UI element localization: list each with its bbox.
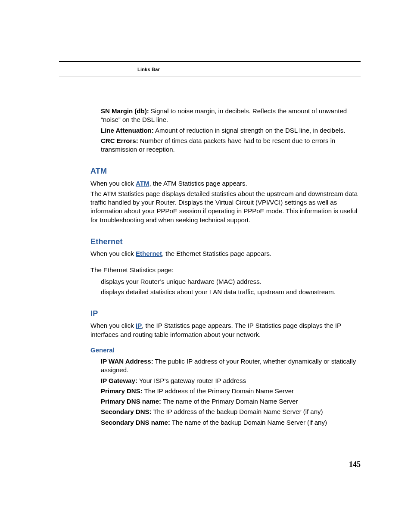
eth-intro: When you click Ethernet, the Ethernet St… <box>90 249 361 258</box>
term-primary-dns-name: Primary DNS name: <box>101 398 161 405</box>
atm-intro: When you click ATM, the ATM Statistics p… <box>90 179 361 188</box>
def-primary-dns: The IP address of the Primary Domain Nam… <box>144 387 294 395</box>
term-secondary-dns: Secondary DNS: <box>101 408 152 415</box>
list-item: displays your Router’s unique hardware (… <box>101 277 361 286</box>
heading-atm: ATM <box>90 166 361 176</box>
term-crc-errors: CRC Errors: <box>101 137 138 144</box>
running-header: Links Bar <box>137 67 160 72</box>
bottom-rule <box>59 456 361 456</box>
eth-page-lead: The Ethernet Statistics page: <box>90 266 361 274</box>
link-atm[interactable]: ATM <box>136 180 149 187</box>
dsl-definitions: SN Margin (db): Signal to noise margin, … <box>90 107 361 154</box>
top-rule <box>59 61 361 62</box>
header-thin-rule <box>59 77 361 77</box>
heading-ethernet: Ethernet <box>90 236 361 247</box>
term-primary-dns: Primary DNS: <box>101 387 143 395</box>
page-number: 145 <box>349 460 361 469</box>
term-sn-margin: SN Margin (db): <box>101 107 149 115</box>
general-definitions: IP WAN Address: The public IP address of… <box>90 357 361 427</box>
heading-ip: IP <box>90 308 361 319</box>
def-line-attenuation: Amount of reduction in signal strength o… <box>155 127 345 134</box>
term-ip-gateway: IP Gateway: <box>101 377 137 384</box>
ip-intro: When you click IP, the IP Statistics pag… <box>90 321 361 339</box>
subheading-general: General <box>90 346 361 355</box>
page-content: SN Margin (db): Signal to noise margin, … <box>90 107 361 429</box>
atm-body: The ATM Statistics page displays detaile… <box>90 190 361 224</box>
term-line-attenuation: Line Attenuation: <box>101 127 154 134</box>
def-secondary-dns-name: The name of the backup Domain Name Serve… <box>172 419 327 426</box>
def-primary-dns-name: The name of the Primary Domain Name Serv… <box>163 398 298 405</box>
list-item: displays detailed statistics about your … <box>101 288 361 296</box>
def-ip-gateway: Your ISP’s gateway router IP address <box>139 377 246 384</box>
link-ip[interactable]: IP <box>136 322 142 329</box>
link-ethernet[interactable]: Ethernet <box>136 250 162 257</box>
term-ip-wan: IP WAN Address: <box>101 358 153 365</box>
eth-bullets: displays your Router’s unique hardware (… <box>90 277 361 297</box>
term-secondary-dns-name: Secondary DNS name: <box>101 419 170 426</box>
def-secondary-dns: The IP address of the backup Domain Name… <box>153 408 323 415</box>
